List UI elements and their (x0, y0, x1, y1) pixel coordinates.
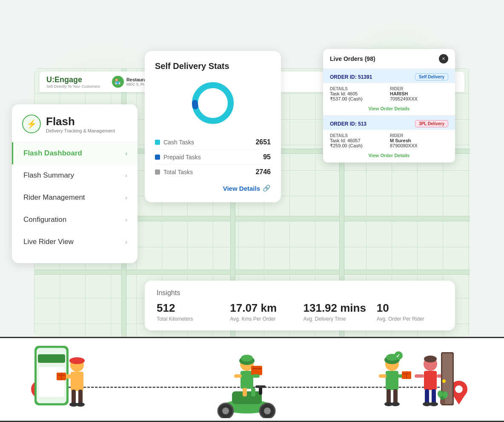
chevron-icon-1: › (125, 172, 127, 179)
close-button[interactable]: × (439, 54, 448, 63)
order-header-1: ORDER ID: 513 3PL Delivery (323, 116, 455, 130)
order-id-1: ORDER ID: 513 (330, 121, 367, 127)
svg-rect-32 (252, 374, 260, 378)
stats-card: Self Delivery Stats Cash Tasks 2651 Prep… (145, 51, 281, 202)
view-details-link[interactable]: View Details 🔗 (155, 184, 271, 192)
svg-rect-49 (379, 374, 387, 378)
sidebar-item-flash-summary[interactable]: Flash Summary › (12, 164, 137, 187)
svg-rect-41 (243, 388, 247, 396)
svg-rect-12 (39, 367, 64, 397)
insight-avg-order-rider: 10 Avg. Order Per Rider (377, 302, 443, 322)
insight-total-km: 512 Total Kilometers (157, 302, 223, 322)
svg-point-36 (222, 408, 229, 414)
svg-rect-60 (424, 371, 437, 390)
logo-text: U:Engage Sell Directly To Your Customers (46, 75, 100, 89)
order-item-0: ORDER ID: 51391 Self Delivery Details Ta… (323, 69, 455, 116)
svg-point-1 (195, 85, 231, 121)
svg-rect-31 (234, 374, 242, 378)
insights-title: Insights (157, 289, 443, 297)
external-link-icon: 🔗 (263, 184, 271, 192)
scooter-figure (209, 344, 285, 420)
handoff-figure: ✓ (369, 344, 454, 420)
stats-row-total: Total Tasks 2746 (155, 165, 271, 179)
svg-marker-8 (453, 395, 465, 405)
flash-brand: ⚡ Flash Delivery Tracking & Management (12, 115, 137, 142)
svg-rect-40 (255, 385, 266, 388)
chevron-icon-3: › (125, 216, 127, 223)
svg-point-59 (424, 356, 437, 362)
svg-point-69 (442, 379, 446, 383)
svg-point-7 (455, 385, 463, 393)
prepaid-tasks-value: 95 (263, 153, 271, 161)
svg-point-73 (443, 391, 448, 398)
sidebar: ⚡ Flash Delivery Tracking & Management F… (12, 104, 137, 263)
order-header-0: ORDER ID: 51391 Self Delivery (323, 69, 455, 83)
svg-rect-64 (432, 389, 436, 404)
dot-cash (155, 140, 160, 145)
stats-card-title: Self Delivery Stats (155, 61, 271, 71)
svg-rect-55 (393, 389, 398, 404)
view-order-link-1[interactable]: View Order Details (323, 150, 455, 162)
order-details-0: Details Task Id: 4605 ₹537.00 (Cash) Rid… (323, 83, 455, 103)
sidebar-item-configuration[interactable]: Configuration › (12, 209, 137, 231)
svg-rect-29 (251, 366, 262, 375)
svg-rect-42 (251, 388, 255, 396)
illustration-area: ✓ (0, 337, 504, 422)
svg-text:✓: ✓ (396, 353, 400, 359)
flash-brand-text: Flash Delivery Tracking & Management (46, 115, 115, 133)
order-id-0: ORDER ID: 51391 (330, 74, 372, 80)
sidebar-item-live-rider-view[interactable]: Live Rider View › (12, 231, 137, 253)
insight-avg-delivery-time: 131.92 mins Avg. Delivery Time (304, 302, 370, 322)
live-orders-card: Live Orders (98) × ORDER ID: 51391 Self … (323, 49, 455, 163)
svg-rect-15 (70, 359, 84, 363)
svg-point-27 (241, 355, 253, 362)
donut-chart-svg (189, 80, 236, 126)
chevron-icon-4: › (125, 238, 127, 245)
delivery-badge-1: 3PL Delivery (415, 120, 448, 127)
insights-card: Insights 512 Total Kilometers 17.07 km A… (145, 281, 455, 330)
svg-point-20 (76, 402, 85, 407)
svg-rect-16 (71, 372, 83, 391)
order-item-1: ORDER ID: 513 3PL Delivery Details Task … (323, 116, 455, 163)
insight-avg-km: 17.07 km Avg. Kms Per Order (230, 302, 296, 322)
order-details-1: Details Task Id: 46057 ₹259.00 (Cash) Ri… (323, 130, 455, 150)
svg-rect-63 (425, 389, 429, 404)
svg-point-66 (430, 402, 438, 406)
total-tasks-value: 2746 (255, 168, 271, 176)
logo-area: U:Engage Sell Directly To Your Customers (46, 75, 100, 89)
svg-rect-30 (252, 368, 261, 369)
svg-point-57 (391, 402, 400, 406)
insights-grid: 512 Total Kilometers 17.07 km Avg. Kms P… (157, 302, 443, 322)
live-orders-header: Live Orders (98) × (323, 49, 455, 69)
svg-rect-48 (386, 371, 398, 390)
chevron-icon-2: › (125, 194, 127, 201)
sidebar-item-flash-dashboard[interactable]: Flash Dashboard › (12, 142, 137, 164)
dot-total (155, 169, 160, 175)
restaurant-icon: 🏪 (112, 76, 124, 88)
dot-prepaid (155, 155, 160, 160)
flash-lightning-icon: ⚡ (22, 115, 41, 133)
stats-row-cash: Cash Tasks 2651 (155, 135, 271, 150)
svg-rect-18 (78, 390, 83, 405)
sidebar-item-rider-management[interactable]: Rider Management › (12, 187, 137, 209)
live-orders-title: Live Orders (98) (330, 55, 375, 62)
svg-rect-61 (415, 374, 424, 378)
chevron-icon-0: › (125, 150, 127, 157)
cash-tasks-value: 2651 (255, 138, 271, 146)
svg-rect-17 (72, 390, 76, 405)
svg-rect-11 (38, 354, 65, 363)
svg-rect-54 (387, 389, 391, 404)
stats-row-prepaid: Prepaid Tasks 95 (155, 150, 271, 165)
svg-point-72 (438, 390, 443, 397)
svg-point-38 (264, 408, 271, 414)
delivery-badge-0: Self Delivery (415, 73, 448, 80)
shop-figure (30, 344, 90, 420)
donut-chart-container (155, 80, 271, 126)
view-order-link-0[interactable]: View Order Details (323, 103, 455, 115)
